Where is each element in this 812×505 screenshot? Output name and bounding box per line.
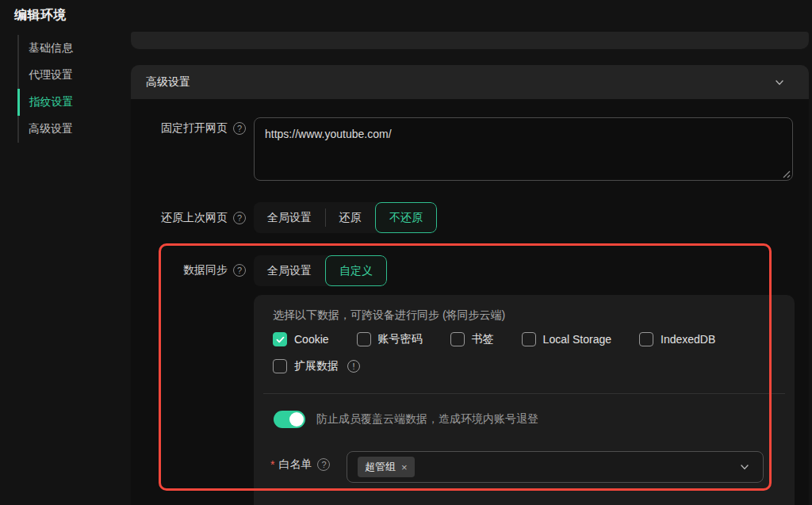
sidebar-item-advanced-settings[interactable]: 高级设置 [17,116,121,143]
sidebar-item-basic-info[interactable]: 基础信息 [17,35,121,62]
panel-divider [263,393,785,394]
restore-option-restore[interactable]: 还原 [325,202,375,233]
required-asterisk: * [270,458,274,471]
edit-environment-page: 编辑环境 基础信息 代理设置 指纹设置 高级设置 高级设置 固定打开网页 ? 还… [0,0,812,505]
sync-checkbox-row-1: Cookie 账号密码 书签 Local Storage IndexedDB [273,332,715,346]
help-icon[interactable]: ? [233,264,246,277]
advanced-settings-title: 高级设置 [146,75,190,90]
whitelist-select[interactable]: 超管组 × [347,451,764,483]
prevent-overwrite-label: 防止成员覆盖云端数据，造成环境内账号退登 [316,412,538,427]
help-icon[interactable]: ? [233,122,246,135]
sidebar: 编辑环境 基础信息 代理设置 指纹设置 高级设置 [0,0,131,505]
checkbox-bookmarks[interactable]: 书签 [450,332,494,346]
info-icon[interactable]: ! [347,360,360,373]
restore-last-label: 还原上次网页 ? [131,211,246,225]
toggle-knob [289,412,304,427]
checkbox-box[interactable] [450,332,465,346]
checkbox-box[interactable] [273,359,287,373]
checkbox-extension-data[interactable]: 扩展数据 ! [273,359,360,373]
whitelist-tag: 超管组 × [358,457,415,477]
sync-options-panel: 选择以下数据，可跨设备进行同步 (将同步云端) Cookie 账号密码 书签 L… [254,295,795,505]
data-sync-option-global[interactable]: 全局设置 [254,255,325,286]
checkbox-box[interactable] [357,332,371,346]
sync-hint-text: 选择以下数据，可跨设备进行同步 (将同步云端) [273,308,505,323]
help-icon[interactable]: ? [233,212,246,224]
restore-option-no-restore[interactable]: 不还原 [375,202,437,233]
check-icon [276,335,285,344]
fixed-url-textarea[interactable] [254,117,793,181]
checkbox-indexeddb[interactable]: IndexedDB [639,332,715,346]
advanced-settings-header[interactable]: 高级设置 [131,65,809,99]
checkbox-box[interactable] [639,332,653,346]
prevent-overwrite-row: 防止成员覆盖云端数据，造成环境内账号退登 [274,411,538,428]
sidebar-item-fingerprint-settings[interactable]: 指纹设置 [17,89,121,116]
restore-option-global[interactable]: 全局设置 [254,202,325,233]
page-title: 编辑环境 [14,7,67,24]
tag-close-icon[interactable]: × [401,462,408,472]
sync-checkbox-row-2: 扩展数据 ! [273,359,360,373]
prevent-overwrite-toggle[interactable] [274,411,305,428]
help-icon[interactable]: ? [317,458,330,471]
restore-last-segmented-control: 全局设置 还原 不还原 [254,202,437,233]
checkbox-local-storage[interactable]: Local Storage [522,332,611,346]
fixed-url-label: 固定打开网页 ? [131,121,246,136]
checkbox-cookie[interactable]: Cookie [273,332,329,346]
whitelist-label: * 白名单 ? [270,457,330,472]
data-sync-option-custom[interactable]: 自定义 [325,255,387,286]
checkbox-box[interactable] [522,332,536,346]
chevron-down-icon[interactable] [774,77,785,88]
data-sync-label: 数据同步 ? [131,263,246,277]
chevron-down-icon[interactable] [739,461,750,472]
previous-section-card-fragment [131,32,809,49]
checkbox-account-password[interactable]: 账号密码 [357,332,423,346]
data-sync-segmented-control: 全局设置 自定义 [254,255,387,286]
checkbox-box[interactable] [273,332,287,346]
sidebar-nav: 基础信息 代理设置 指纹设置 高级设置 [17,35,121,143]
sidebar-item-proxy-settings[interactable]: 代理设置 [17,62,121,89]
